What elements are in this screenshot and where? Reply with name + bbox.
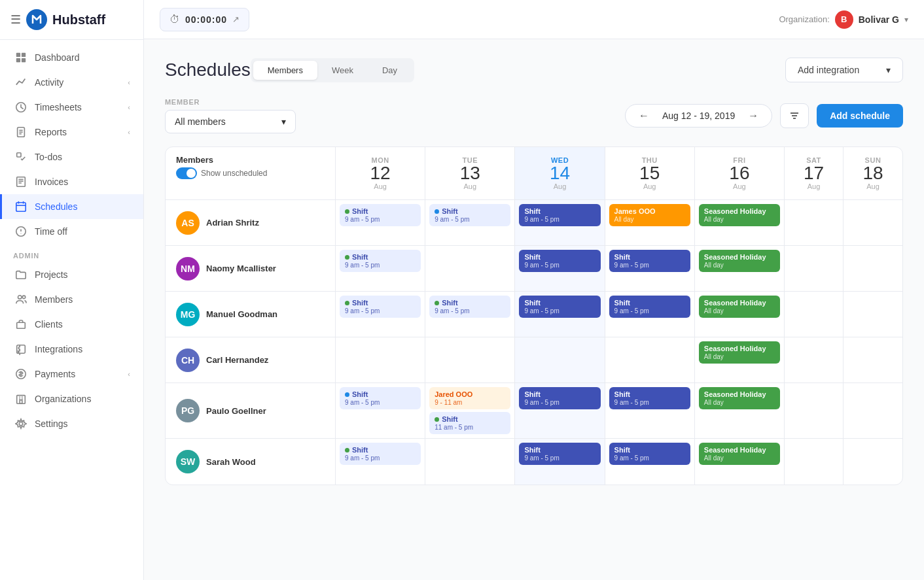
day-cell — [785, 439, 844, 485]
shift-card[interactable]: Seasoned Holiday All day — [699, 443, 780, 465]
day-cell: Seasoned Holiday All day — [695, 383, 785, 438]
member-name: Adrian Shritz — [206, 218, 259, 228]
sidebar-item-members[interactable]: Members — [0, 287, 143, 312]
sidebar-item-time-off[interactable]: Time off — [0, 219, 143, 244]
sidebar-item-organizations[interactable]: Organizations — [0, 386, 143, 411]
svg-point-22 — [18, 296, 22, 299]
svg-point-23 — [22, 296, 26, 299]
day-cell: Shift 9 am - 5 pm — [425, 292, 515, 337]
sidebar-item-reports[interactable]: Reports ‹ — [0, 120, 143, 145]
shift-card[interactable]: Shift 9 am - 5 pm — [340, 204, 421, 226]
shift-card[interactable]: Shift 9 am - 5 pm — [519, 443, 600, 465]
day-header-12: MON 12 Aug — [336, 147, 425, 199]
sidebar-item-projects[interactable]: Projects — [0, 262, 143, 287]
svg-rect-4 — [22, 58, 26, 62]
day-cell — [785, 383, 844, 438]
day-cell: Seasoned Holiday All day — [695, 337, 785, 383]
day-cell — [844, 246, 902, 291]
grid-body: AS Adrian Shritz Shift 9 am - 5 pm Shift… — [166, 200, 902, 485]
tab-week[interactable]: Week — [317, 61, 368, 80]
member-name: Manuel Goodman — [206, 309, 277, 319]
sidebar-item-label: Activity — [35, 77, 63, 88]
shift-card[interactable]: Shift 9 am - 5 pm — [429, 204, 510, 226]
toggle-switch[interactable] — [176, 167, 197, 179]
grid-header: Members Show unscheduled MON 12 Aug TUE … — [166, 147, 902, 200]
member-cell-naomy: NM Naomy Mcallister — [166, 246, 336, 291]
member-cell-manuel: MG Manuel Goodman — [166, 292, 336, 337]
timer-widget[interactable]: ⏱ 00:00:00 ↗ — [160, 8, 249, 31]
admin-section-label: ADMIN — [0, 244, 143, 262]
shift-card[interactable]: Seasoned Holiday All day — [699, 250, 780, 272]
sidebar-item-dashboard[interactable]: Dashboard — [0, 45, 143, 70]
show-unscheduled-toggle[interactable]: Show unscheduled — [176, 167, 325, 179]
shift-card[interactable]: Seasoned Holiday All day — [699, 204, 780, 226]
sidebar-item-clients[interactable]: Clients — [0, 312, 143, 337]
sidebar-item-settings[interactable]: Settings — [0, 411, 143, 436]
add-integration-button[interactable]: Add integration ▾ — [785, 58, 903, 82]
sidebar-header: ☰ Hubstaff — [0, 0, 143, 40]
grid-icon — [15, 52, 27, 63]
shift-card[interactable]: James OOO All day — [609, 204, 690, 226]
shift-card[interactable]: Jared OOO 9 - 11 am — [429, 387, 510, 409]
sidebar: ☰ Hubstaff Dashboard Activity ‹ Timeshee… — [0, 0, 144, 580]
sidebar-item-payments[interactable]: Payments ‹ — [0, 362, 143, 386]
day-cell — [425, 439, 515, 485]
topbar: ⏱ 00:00:00 ↗ Organization: B Bolivar G ▾ — [144, 0, 924, 39]
sidebar-item-label: Members — [35, 294, 73, 305]
avatar: PG — [176, 399, 200, 422]
sidebar-item-label: Clients — [35, 319, 63, 330]
shift-card[interactable]: Shift 9 am - 5 pm — [519, 250, 600, 272]
shift-card[interactable]: Seasoned Holiday All day — [699, 296, 780, 318]
shift-card[interactable]: Shift 9 am - 5 pm — [609, 387, 690, 409]
shift-card[interactable]: Shift 9 am - 5 pm — [609, 296, 690, 318]
tab-day[interactable]: Day — [368, 61, 412, 80]
grid-header-members: Members Show unscheduled — [166, 147, 336, 199]
shift-card[interactable]: Shift 9 am - 5 pm — [609, 443, 690, 465]
settings-icon — [15, 418, 27, 430]
time-off-icon — [15, 226, 27, 237]
shift-card[interactable]: Shift 9 am - 5 pm — [340, 250, 421, 272]
sidebar-item-invoices[interactable]: Invoices — [0, 169, 143, 194]
avatar: AS — [176, 211, 200, 235]
shift-card[interactable]: Shift 9 am - 5 pm — [340, 296, 421, 318]
filter-button[interactable] — [780, 103, 809, 128]
add-schedule-button[interactable]: Add schedule — [817, 104, 903, 128]
member-name: Naomy Mcallister — [206, 264, 276, 273]
org-chevron-icon[interactable]: ▾ — [904, 15, 908, 24]
shift-card[interactable]: Shift 9 am - 5 pm — [519, 204, 600, 226]
date-prev-button[interactable]: ← — [636, 110, 652, 122]
table-row: MG Manuel Goodman Shift 9 am - 5 pm Shif… — [166, 292, 902, 337]
tab-members[interactable]: Members — [253, 61, 317, 80]
shift-card[interactable]: Shift 9 am - 5 pm — [429, 296, 510, 318]
svg-rect-29 — [20, 400, 22, 403]
shift-card[interactable]: Shift 9 am - 5 pm — [519, 387, 600, 409]
sidebar-item-activity[interactable]: Activity ‹ — [0, 70, 143, 95]
hamburger-icon[interactable]: ☰ — [10, 12, 21, 27]
sidebar-item-integrations[interactable]: Integrations — [0, 337, 143, 362]
shift-card[interactable]: Shift 11 am - 5 pm — [429, 412, 510, 434]
date-next-button[interactable]: → — [745, 110, 761, 122]
member-filter-label: MEMBER — [165, 98, 296, 106]
avatar: SW — [176, 450, 200, 473]
svg-rect-11 — [17, 177, 26, 186]
sidebar-item-label: Invoices — [35, 177, 68, 187]
sidebar-item-todos[interactable]: To-dos — [0, 145, 143, 169]
shift-card[interactable]: Shift 9 am - 5 pm — [340, 387, 421, 409]
avatar: CH — [176, 349, 200, 372]
member-cell-paulo: PG Paulo Goellner — [166, 383, 336, 438]
sidebar-item-schedules[interactable]: Schedules — [0, 194, 143, 219]
shift-card[interactable]: Shift 9 am - 5 pm — [340, 443, 421, 465]
sidebar-item-timesheets[interactable]: Timesheets ‹ — [0, 95, 143, 120]
shift-card[interactable]: Seasoned Holiday All day — [699, 387, 780, 409]
member-cell-carl: CH Carl Hernandez — [166, 337, 336, 383]
shift-card[interactable]: Shift 9 am - 5 pm — [609, 250, 690, 272]
users-icon — [15, 294, 27, 305]
sidebar-item-label: Timesheets — [35, 102, 82, 112]
shift-card[interactable]: Seasoned Holiday All day — [699, 341, 780, 364]
timer-expand-icon: ↗ — [232, 14, 240, 24]
member-select[interactable]: All members ▾ — [165, 110, 296, 133]
table-row: CH Carl Hernandez Seasoned Holiday All d… — [166, 337, 902, 383]
shift-card[interactable]: Shift 9 am - 5 pm — [519, 296, 600, 318]
sidebar-item-label: Dashboard — [35, 52, 80, 63]
day-cell — [425, 337, 515, 383]
